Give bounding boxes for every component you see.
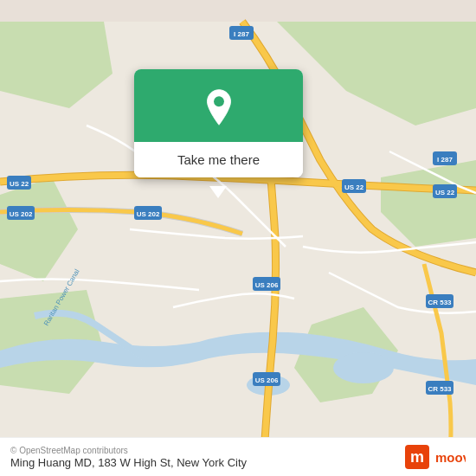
popup-pointer <box>209 186 227 198</box>
svg-text:m: m <box>410 448 424 466</box>
svg-text:US 22: US 22 <box>435 189 455 196</box>
svg-text:US 202: US 202 <box>10 210 33 218</box>
map-container: I 287 I 287 US 22 US 22 US 22 US 202 US … <box>0 0 476 476</box>
location-pin-icon <box>200 88 238 126</box>
moovit-logo: m moovit <box>405 445 466 469</box>
svg-text:I 287: I 287 <box>437 156 453 164</box>
svg-text:US 202: US 202 <box>137 210 160 218</box>
take-me-there-button[interactable]: Take me there <box>134 142 303 177</box>
svg-text:US 206: US 206 <box>255 281 279 289</box>
svg-text:US 22: US 22 <box>344 183 364 191</box>
bottom-left: © OpenStreetMap contributors Ming Huang … <box>10 446 247 469</box>
svg-text:US 22: US 22 <box>10 180 29 188</box>
svg-text:US 206: US 206 <box>255 376 279 384</box>
svg-text:I 287: I 287 <box>234 30 249 38</box>
svg-text:CR 533: CR 533 <box>428 299 452 306</box>
svg-text:CR 533: CR 533 <box>428 385 452 393</box>
location-popup: Take me there <box>134 69 303 177</box>
location-name-text: Ming Huang MD, 183 W High St, New York C… <box>10 456 247 469</box>
copyright-text: © OpenStreetMap contributors <box>10 446 247 455</box>
popup-header <box>134 69 303 142</box>
svg-text:moovit: moovit <box>435 450 466 465</box>
bottom-bar: © OpenStreetMap contributors Ming Huang … <box>0 437 476 476</box>
svg-point-7 <box>333 352 394 383</box>
moovit-logo-icon: m moovit <box>405 445 466 469</box>
svg-point-32 <box>214 96 224 106</box>
